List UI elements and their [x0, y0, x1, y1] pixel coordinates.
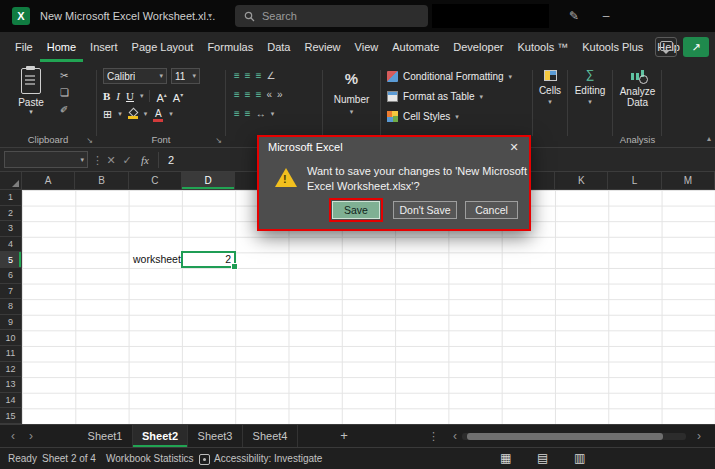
cell-d5-selected[interactable]: 2: [181, 251, 236, 268]
underline-button[interactable]: U: [126, 90, 134, 102]
format-painter-icon[interactable]: ✐: [60, 105, 69, 115]
title-chevron-down-icon[interactable]: ▾: [208, 0, 212, 32]
row-header-15[interactable]: 15: [0, 408, 22, 424]
column-header-m[interactable]: M: [662, 172, 715, 190]
clipboard-dialog-launcher-icon[interactable]: ↘: [86, 136, 93, 145]
new-sheet-button[interactable]: +: [336, 425, 352, 447]
insert-function-icon[interactable]: fx: [137, 148, 153, 172]
increase-indent-icon[interactable]: »: [277, 90, 283, 100]
fill-color-chevron-icon[interactable]: ▾: [144, 108, 148, 120]
formula-cancel-icon[interactable]: ✕: [104, 148, 118, 172]
select-all-corner[interactable]: [0, 172, 22, 190]
menu-developer[interactable]: Developer: [446, 32, 510, 62]
cell-c5[interactable]: worksheet: [130, 252, 183, 267]
italic-button[interactable]: I: [116, 90, 120, 102]
column-header-d[interactable]: D: [182, 172, 235, 190]
align-left-icon[interactable]: ≡: [234, 90, 240, 100]
row-header-14[interactable]: 14: [0, 393, 22, 409]
horizontal-scrollbar[interactable]: [462, 433, 686, 440]
align-top-icon[interactable]: ≡: [234, 71, 240, 81]
menu-kutools-plus[interactable]: Kutools Plus: [575, 32, 650, 62]
collapse-ribbon-icon[interactable]: ▴: [707, 134, 711, 143]
decrease-font-button[interactable]: A▾: [173, 89, 183, 104]
cells-button[interactable]: Cells ▾: [533, 62, 567, 106]
minimize-icon[interactable]: –: [592, 0, 620, 32]
document-title[interactable]: New Microsoft Excel Worksheet.xl...: [40, 0, 215, 32]
font-size-select[interactable]: 11 ▾: [171, 68, 200, 84]
column-header-c[interactable]: C: [129, 172, 182, 190]
number-chevron-icon[interactable]: ▾: [323, 108, 380, 116]
decrease-indent-icon[interactable]: «: [267, 90, 273, 100]
save-button[interactable]: Save: [332, 201, 380, 219]
merge-center-icon[interactable]: ≡: [245, 109, 251, 119]
font-name-select[interactable]: Calibri ▾: [103, 68, 167, 84]
analyze-data-button[interactable]: Analyze Data: [613, 62, 662, 108]
formula-input[interactable]: 2: [168, 148, 174, 172]
number-format-label[interactable]: Number: [323, 94, 380, 105]
name-box[interactable]: ▾: [4, 151, 88, 168]
menu-home[interactable]: Home: [40, 32, 83, 62]
draw-pencil-icon[interactable]: ✎: [560, 0, 588, 32]
format-as-table-button[interactable]: Format as Table ▾: [387, 91, 483, 102]
paste-chevron-down-icon[interactable]: ▾: [10, 108, 52, 116]
tab-sheet1[interactable]: Sheet1: [78, 425, 133, 447]
menu-formulas[interactable]: Formulas: [200, 32, 260, 62]
merge-chevron-icon[interactable]: ▾: [271, 109, 275, 119]
row-header-13[interactable]: 13: [0, 377, 22, 393]
menu-insert[interactable]: Insert: [83, 32, 125, 62]
accessibility-status-button[interactable]: Accessibility: Investigate: [214, 448, 322, 469]
excel-logo-icon[interactable]: X: [12, 7, 30, 25]
font-dialog-launcher-icon[interactable]: ↘: [215, 136, 222, 145]
view-page-break-icon[interactable]: ▥: [574, 448, 585, 469]
row-header-8[interactable]: 8: [0, 299, 22, 315]
cancel-button[interactable]: Cancel: [465, 201, 518, 219]
tab-sheet4[interactable]: Sheet4: [243, 425, 298, 447]
wrap-text-icon[interactable]: ≡: [234, 109, 240, 119]
underline-chevron-icon[interactable]: ▾: [140, 90, 144, 102]
share-button[interactable]: ↗: [683, 37, 709, 57]
column-header-k[interactable]: K: [555, 172, 608, 190]
comments-button[interactable]: [655, 37, 677, 57]
align-right-icon[interactable]: ≡: [256, 90, 262, 100]
row-header-4[interactable]: 4: [0, 237, 22, 253]
row-header-6[interactable]: 6: [0, 268, 22, 284]
borders-icon[interactable]: ⊞: [103, 108, 112, 120]
align-center-icon[interactable]: ≡: [245, 90, 251, 100]
menu-file[interactable]: File: [8, 32, 40, 62]
row-header-3[interactable]: 3: [0, 221, 22, 237]
horizontal-scrollbar-thumb[interactable]: [467, 433, 663, 440]
align-bottom-icon[interactable]: ≡: [256, 71, 262, 81]
fill-color-icon[interactable]: [128, 109, 138, 119]
conditional-formatting-button[interactable]: Conditional Formatting ▾: [387, 71, 512, 82]
menu-review[interactable]: Review: [297, 32, 347, 62]
merge-arrow-icon[interactable]: ↔: [256, 109, 266, 119]
row-header-9[interactable]: 9: [0, 315, 22, 331]
paste-button[interactable]: Paste ▾: [10, 68, 52, 116]
formula-more-icon[interactable]: ⋮: [92, 148, 102, 172]
row-header-12[interactable]: 12: [0, 362, 22, 378]
dont-save-button[interactable]: Don't Save: [393, 201, 457, 219]
row-header-7[interactable]: 7: [0, 284, 22, 300]
row-header-11[interactable]: 11: [0, 346, 22, 362]
menu-kutools[interactable]: Kutools ™: [510, 32, 575, 62]
editing-button[interactable]: ∑ Editing ▾: [568, 62, 612, 106]
cut-icon[interactable]: ✂: [60, 71, 69, 81]
tab-sheet3[interactable]: Sheet3: [188, 425, 243, 447]
align-middle-icon[interactable]: ≡: [245, 71, 251, 81]
cell-styles-button[interactable]: Cell Styles ▾: [387, 111, 459, 122]
tabbar-more-icon[interactable]: ⋮: [428, 425, 439, 447]
row-header-5[interactable]: 5: [0, 252, 22, 268]
percent-style-icon[interactable]: %: [323, 70, 380, 87]
menu-page-layout[interactable]: Page Layout: [125, 32, 201, 62]
column-header-l[interactable]: L: [608, 172, 661, 190]
font-color-button[interactable]: A: [153, 108, 163, 120]
row-header-2[interactable]: 2: [0, 206, 22, 222]
hscroll-right-icon[interactable]: ›: [692, 425, 706, 447]
tab-sheet2-active[interactable]: Sheet2: [133, 425, 188, 447]
hscroll-left-icon[interactable]: ‹: [448, 425, 462, 447]
copy-icon[interactable]: ❏: [60, 88, 69, 98]
tabs-scroll-right-icon[interactable]: ›: [24, 425, 38, 447]
row-header-10[interactable]: 10: [0, 330, 22, 346]
row-header-1[interactable]: 1: [0, 190, 22, 206]
font-color-chevron-icon[interactable]: ▾: [169, 108, 173, 120]
